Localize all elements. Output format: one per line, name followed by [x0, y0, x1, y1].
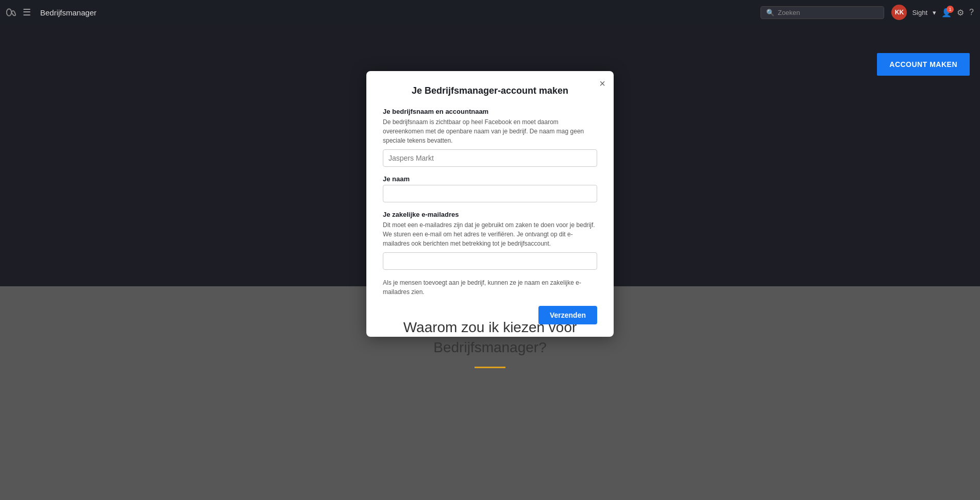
notifications-icon[interactable]: 👤 1 [941, 8, 952, 18]
email-section: Je zakelijke e-mailadres Dit moet een e-… [383, 211, 597, 278]
your-name-label: Je naam [383, 175, 597, 183]
hamburger-icon[interactable]: ☰ [23, 7, 31, 18]
modal-title: Je Bedrijfsmanager-account maken [383, 85, 597, 96]
account-maken-button[interactable]: ACCOUNT MAKEN [877, 53, 970, 76]
bottom-title: Waarom zou ik kiezen voor Bedrijfsmanage… [403, 317, 577, 357]
email-label: Je zakelijke e-mailadres [383, 211, 597, 218]
avatar[interactable]: KK [891, 5, 907, 20]
navbar: ☰ Bedrijfsmanager 🔍 KK Sight ▾ 👤 1 ⚙ ? [0, 0, 980, 25]
notif-badge: 1 [947, 6, 954, 13]
nav-actions: KK Sight ▾ 👤 1 ⚙ ? [891, 5, 974, 20]
email-desc: Dit moet een e-mailadres zijn dat je geb… [383, 220, 597, 248]
your-name-section: Je naam Sight Kick [383, 175, 597, 211]
search-icon: 🔍 [766, 9, 774, 16]
svg-point-0 [7, 9, 11, 15]
nav-logo: ☰ Bedrijfsmanager [6, 7, 96, 18]
help-icon[interactable]: ? [969, 8, 974, 17]
business-name-desc: De bedrijfsnaam is zichtbaar op heel Fac… [383, 117, 597, 145]
user-label[interactable]: Sight [912, 9, 927, 16]
bottom-divider [475, 367, 505, 368]
search-input[interactable] [778, 9, 878, 16]
modal-close-button[interactable]: × [599, 78, 605, 89]
chevron-down-icon[interactable]: ▾ [933, 9, 936, 16]
email-input[interactable] [383, 252, 597, 270]
business-name-section: Je bedrijfsnaam en accountnaam De bedrij… [383, 108, 597, 175]
nav-title: Bedrijfsmanager [40, 8, 96, 17]
settings-icon[interactable]: ⚙ [957, 8, 964, 18]
business-name-input[interactable] [383, 149, 597, 167]
meta-logo-icon [6, 8, 18, 16]
bottom-section: Waarom zou ik kiezen voor Bedrijfsmanage… [0, 286, 980, 500]
page-background: ACCOUNT MAKEN × Je Bedrijfsmanager-accou… [0, 25, 980, 500]
your-name-input[interactable]: Sight Kick [383, 185, 597, 202]
business-name-label: Je bedrijfsnaam en accountnaam [383, 108, 597, 115]
search-bar[interactable]: 🔍 [761, 6, 884, 19]
